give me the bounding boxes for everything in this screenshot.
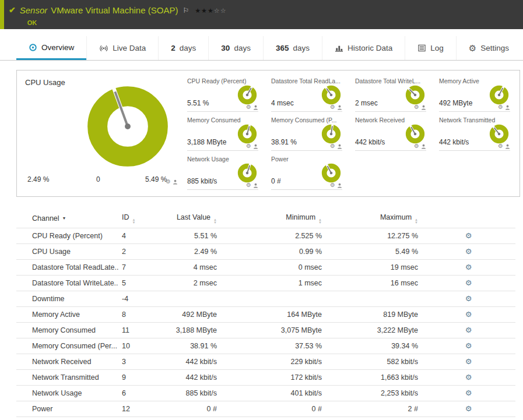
gauge-title: Datastore Total WriteL...: [355, 76, 426, 84]
gauge-value: 5.51 %: [187, 99, 209, 107]
user-icon[interactable]: [253, 105, 258, 110]
log-list-icon: [417, 44, 426, 52]
gauge-dial[interactable]: [404, 123, 426, 145]
col-last-value[interactable]: Last Value▲▼: [159, 210, 220, 228]
channel-settings-icon[interactable]: ⚙: [465, 357, 472, 366]
tab-30-days[interactable]: 30 days: [208, 36, 263, 60]
user-icon[interactable]: [505, 105, 510, 110]
channel-settings-icon[interactable]: ⚙: [465, 278, 472, 287]
gauge-dial[interactable]: [236, 84, 258, 106]
channel-settings-icon[interactable]: ⚙: [465, 247, 472, 256]
cell-id: 8: [118, 306, 159, 322]
col-maximum[interactable]: Maximum▲▼: [325, 210, 422, 228]
channel-gauge-cell[interactable]: CPU Ready (Percent) 5.51 % ⚙: [187, 76, 258, 112]
gauge-settings-icon[interactable]: ⚙: [246, 104, 251, 110]
cell-max: 819 MByte: [325, 306, 422, 322]
channel-gauge-cell[interactable]: Network Received 442 kbit/s ⚙: [355, 115, 426, 151]
channel-gauge-cell[interactable]: Memory Consumed (P... 38.91 % ⚙: [271, 115, 342, 151]
channel-gauge-cell[interactable]: Memory Active 492 MByte ⚙: [439, 76, 510, 112]
user-icon[interactable]: [421, 144, 426, 149]
gauge-dial[interactable]: [320, 123, 342, 145]
cell-max: 19 msec: [325, 259, 422, 275]
gauge-settings-icon[interactable]: ⚙: [246, 182, 251, 188]
channel-gauge-cell[interactable]: Network Transmitted 442 kbit/s ⚙: [439, 115, 510, 151]
gauge-dial[interactable]: [320, 84, 342, 106]
gauge-settings-icon[interactable]: ⚙: [330, 182, 335, 188]
cell-max: 1,663 kbit/s: [325, 369, 422, 385]
col-minimum[interactable]: Minimum▲▼: [220, 210, 325, 228]
channel-gauge-cell[interactable]: Power 0 # ⚙: [271, 154, 342, 190]
cell-last: [159, 291, 220, 306]
tab-365-days[interactable]: 365 days: [263, 36, 322, 60]
gauge-dial[interactable]: [488, 84, 510, 106]
flag-icon[interactable]: ⚐: [182, 6, 189, 15]
channel-gauge-cell[interactable]: Datastore Total ReadLa... 4 msec ⚙: [271, 76, 342, 112]
cpu-usage-gauge[interactable]: [83, 82, 172, 171]
channel-settings-icon[interactable]: ⚙: [465, 341, 472, 350]
gauge-settings-icon[interactable]: ⚙: [330, 104, 335, 110]
channel-settings-icon[interactable]: ⚙: [465, 404, 472, 413]
col-channel[interactable]: Channel▼: [16, 210, 118, 228]
gauge-settings-icon[interactable]: ⚙: [166, 179, 171, 185]
channel-settings-icon[interactable]: ⚙: [465, 263, 472, 271]
channel-gauge-cell[interactable]: Network Usage 885 kbit/s ⚙: [187, 154, 258, 190]
gauge-settings-icon[interactable]: ⚙: [330, 143, 335, 149]
gauge-dial[interactable]: [488, 123, 510, 145]
cell-channel: CPU Usage: [16, 243, 118, 259]
tab-settings[interactable]: ⚙ Settings: [456, 36, 521, 60]
user-icon[interactable]: [253, 144, 258, 149]
user-icon[interactable]: [421, 105, 426, 110]
gauge-dial-area: ⚙: [236, 162, 258, 188]
user-icon[interactable]: [173, 179, 178, 185]
table-row: Downtime -4 ⚙: [16, 291, 515, 306]
gauge-dial[interactable]: [404, 84, 426, 106]
gauge-settings-icon[interactable]: ⚙: [414, 143, 419, 149]
tab-number: 30: [221, 44, 230, 52]
cell-channel: Memory Active: [16, 306, 118, 322]
tab-2-days[interactable]: 2 days: [158, 36, 208, 60]
table-row: Power 12 0 # 0 # 2 # ⚙: [16, 401, 515, 417]
user-icon[interactable]: [505, 144, 510, 149]
channel-settings-icon[interactable]: ⚙: [465, 326, 472, 334]
gauge-settings-icon[interactable]: ⚙: [414, 104, 419, 110]
channel-settings-icon[interactable]: ⚙: [465, 310, 472, 319]
cell-min: 172 kbit/s: [220, 369, 325, 385]
channel-gauge-cell[interactable]: Datastore Total WriteL... 2 msec ⚙: [355, 76, 426, 112]
channel-gauge-cell[interactable]: Memory Consumed 3,188 MByte ⚙: [187, 115, 258, 151]
user-icon[interactable]: [337, 183, 342, 188]
gauge-settings-icon[interactable]: ⚙: [246, 143, 251, 149]
gauge-dial[interactable]: [236, 162, 258, 184]
user-icon[interactable]: [337, 105, 342, 110]
cell-min: 2.525 %: [220, 228, 325, 243]
tab-label: days: [234, 44, 251, 52]
gauge-value: 4 msec: [271, 99, 294, 107]
table-row: CPU Ready (Percent) 4 5.51 % 2.525 % 12.…: [16, 228, 515, 243]
priority-stars[interactable]: ★★★☆☆: [195, 6, 226, 15]
small-gauges-grid: CPU Ready (Percent) 5.51 % ⚙ Datastore T…: [184, 76, 510, 192]
gauge-dial[interactable]: [320, 162, 342, 184]
col-id[interactable]: ID▲▼: [118, 210, 159, 228]
sensor-title[interactable]: VMware Virtual Machine (SOAP): [51, 5, 178, 15]
user-icon[interactable]: [253, 183, 258, 188]
primary-gauge-actions: ⚙: [166, 179, 178, 185]
tab-label: Historic Data: [348, 44, 392, 52]
user-icon[interactable]: [337, 144, 342, 149]
tab-live-data[interactable]: Live Data: [86, 36, 158, 60]
channel-settings-icon[interactable]: ⚙: [465, 373, 472, 382]
gauge-settings-icon[interactable]: ⚙: [498, 143, 503, 149]
tab-label: Overview: [41, 43, 74, 52]
tab-historic-data[interactable]: Historic Data: [322, 36, 405, 60]
gauge-title: CPU Ready (Percent): [187, 76, 258, 84]
tab-log[interactable]: Log: [405, 36, 456, 60]
tab-label: Log: [430, 44, 444, 52]
gauge-dial[interactable]: [236, 123, 258, 145]
channel-settings-icon[interactable]: ⚙: [465, 389, 472, 397]
gauge-actions: ⚙: [414, 104, 426, 110]
table-row: Datastore Total WriteLate... 5 2 msec 1 …: [16, 275, 515, 291]
channel-settings-icon[interactable]: ⚙: [465, 231, 472, 240]
channel-settings-icon[interactable]: ⚙: [465, 294, 472, 303]
channel-table: Channel▼ ID▲▼ Last Value▲▼ Minimum▲▼ Max…: [16, 210, 515, 417]
gauge-settings-icon[interactable]: ⚙: [498, 104, 503, 110]
tab-overview[interactable]: Overview: [16, 36, 86, 60]
col-label: Minimum: [286, 213, 315, 221]
